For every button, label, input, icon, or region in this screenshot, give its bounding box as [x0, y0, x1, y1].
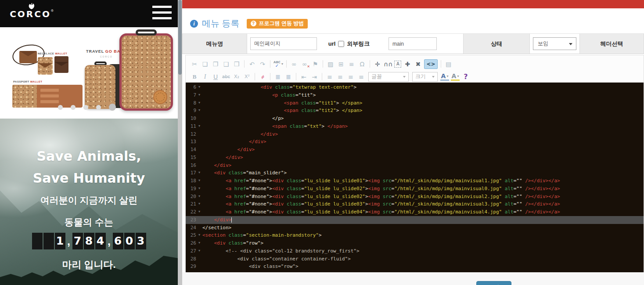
copy-icon[interactable]: ❏	[201, 59, 209, 69]
program-link-help-button[interactable]: ? 프로그램 연동 방법	[247, 19, 308, 29]
redo-icon[interactable]: ↷	[258, 59, 267, 69]
strikethrough-icon[interactable]: abc	[222, 72, 230, 82]
source-code-area[interactable]: 6▼<div class="txtwrap text-center">7▼<p …	[186, 83, 644, 272]
horizontal-line-icon[interactable]: ≡	[347, 59, 356, 69]
paste-icon[interactable]: ❐	[211, 59, 220, 69]
align-justify-icon[interactable]: ≡	[357, 72, 366, 82]
url-input[interactable]	[389, 37, 437, 50]
status-select[interactable]: 보임	[533, 37, 576, 50]
code-line-20[interactable]: 20▼<a href="#none"><div class="lu_slide …	[186, 193, 644, 201]
code-line-14[interactable]: 14</div>	[186, 146, 644, 154]
slider-dot-1[interactable]	[58, 105, 63, 110]
code-line-6[interactable]: 6▼<div class="txtwrap text-center">	[186, 83, 644, 91]
save-button[interactable]: 저장하기	[476, 281, 511, 285]
indent-icon[interactable]: ⇥	[310, 72, 319, 82]
help-icon[interactable]: ?	[461, 72, 470, 82]
underline-icon[interactable]: U	[211, 72, 220, 82]
undo-icon[interactable]: ↶	[248, 59, 256, 69]
code-line-19[interactable]: 19▼<a href="#none"><div class="lu_slide …	[186, 185, 644, 193]
code-line-28[interactable]: 28<div class="container container-fluid"…	[186, 255, 644, 263]
outdent-icon[interactable]: ⇤	[299, 72, 308, 82]
code-line-27[interactable]: 27▼<!-- <div class="col-12 brandstory_ro…	[186, 247, 644, 255]
fold-arrow-icon[interactable]: ▼	[196, 83, 202, 91]
fold-arrow-icon[interactable]: ▼	[196, 185, 202, 193]
fold-arrow-icon[interactable]: ▼	[196, 123, 202, 130]
bulleted-list-icon[interactable]: ≣	[284, 72, 293, 82]
text-color-icon[interactable]: A▾	[440, 73, 449, 81]
anchor-icon[interactable]: ⚑	[311, 59, 320, 69]
code-line-8[interactable]: 8▼<span class="tit1"> </span>	[186, 99, 644, 107]
fold-arrow-icon[interactable]: ▼	[196, 239, 202, 247]
code-line-11[interactable]: 11▼<span class="txt"> </span>	[186, 123, 644, 130]
external-link-checkbox[interactable]	[338, 41, 344, 47]
font-dropdown[interactable]: 글꼴	[368, 72, 409, 82]
code-line-13[interactable]: 13</div>	[186, 138, 644, 146]
fold-arrow-icon[interactable]: ▼	[196, 91, 202, 99]
code-line-9[interactable]: 9▼<span class="tit2"> </span>	[186, 107, 644, 115]
slider-dot-5[interactable]	[109, 104, 116, 111]
paste-text-icon[interactable]: ❑	[222, 59, 230, 69]
code-line-23[interactable]: 23</div>	[186, 216, 644, 224]
small-cork-backpack	[85, 62, 122, 110]
scayt-enable-icon[interactable]: ✚	[403, 59, 412, 69]
fold-arrow-icon[interactable]: ▼	[196, 208, 202, 216]
code-line-17[interactable]: 17▼<div class="main_slider">	[186, 169, 644, 177]
code-line-26[interactable]: 26▼<div class="row">	[186, 239, 644, 247]
brand-logo[interactable]: CORCO®	[10, 3, 54, 19]
bg-color-icon[interactable]: A▾	[451, 73, 460, 81]
product-slider[interactable]: NECKLACE WALLET PASSPORT WALLET TRAVEL G…	[0, 27, 178, 119]
fold-gutter	[196, 146, 202, 154]
code-line-10[interactable]: 10</p>	[186, 115, 644, 123]
code-line-12[interactable]: 12</div>	[186, 130, 644, 138]
code-line-15[interactable]: 15</div>	[186, 154, 644, 162]
maximize-icon[interactable]: ✛	[373, 59, 382, 69]
fold-arrow-icon[interactable]: ▼	[196, 169, 202, 177]
fold-arrow-icon[interactable]: ▼	[196, 200, 202, 208]
slider-dot-2[interactable]	[71, 105, 76, 110]
align-right-icon[interactable]: ≡	[346, 72, 355, 82]
image-icon[interactable]: ▨	[326, 59, 335, 69]
find-replace-icon[interactable]: ∩∩	[384, 59, 393, 69]
code-line-22[interactable]: 22▼<a href="#none"><div class="lu_slide …	[186, 208, 644, 216]
special-char-icon[interactable]: Ω	[358, 59, 367, 69]
size-dropdown[interactable]: 크기	[412, 72, 438, 82]
bold-icon[interactable]: B	[190, 72, 199, 82]
fold-arrow-icon[interactable]: ▼	[196, 99, 202, 107]
link-icon[interactable]: ∞	[290, 59, 299, 69]
subscript-icon[interactable]: X₂	[232, 72, 241, 82]
fold-arrow-icon[interactable]: ▼	[196, 193, 202, 201]
fold-arrow-icon[interactable]: ▼	[196, 231, 202, 239]
code-line-25[interactable]: 25▼<section class="section-main-brandsto…	[186, 231, 644, 239]
numbered-list-icon[interactable]: ≣	[273, 72, 282, 82]
menu-name-input[interactable]	[250, 37, 317, 50]
slider-dot-4[interactable]	[96, 105, 101, 110]
code-line-16[interactable]: 16</div>	[186, 162, 644, 170]
code-line-21[interactable]: 21▼<a href="#none"><div class="lu_slide …	[186, 200, 644, 208]
source-icon[interactable]: <>	[424, 59, 437, 69]
code-line-7[interactable]: 7▼<p class="tit">	[186, 91, 644, 99]
remove-format-icon[interactable]: ▰	[256, 70, 269, 83]
scrollbar-thumb[interactable]	[178, 0, 182, 75]
preview-scrollbar[interactable]	[178, 0, 182, 285]
fold-arrow-icon[interactable]: ▼	[196, 107, 202, 115]
select-all-icon[interactable]: A	[394, 61, 401, 68]
cut-icon[interactable]: ✂	[190, 59, 199, 69]
slider-dot-3[interactable]	[83, 105, 88, 110]
code-line-18[interactable]: 18▼<a href="#none"><div class="lu_slide …	[186, 177, 644, 185]
align-center-icon[interactable]: ≡	[336, 72, 345, 82]
code-line-24[interactable]: 24</section>	[186, 224, 644, 232]
table-icon[interactable]: ⊞	[337, 59, 345, 69]
spellcheck-icon[interactable]: ABC✓▾	[273, 59, 283, 69]
fold-arrow-icon[interactable]: ▼	[196, 247, 202, 255]
italic-icon[interactable]: I	[201, 72, 209, 82]
editor-toolbar: ✂❏❐❑❒↶↷ABC✓▾∞∞✕⚑▨⊞≡Ω✛∩∩A✚✖<>▤ BIUabcX₂X²…	[186, 55, 644, 83]
unlink-icon[interactable]: ∞✕	[300, 59, 309, 69]
align-left-icon[interactable]: ≡	[325, 72, 334, 82]
hamburger-menu-icon[interactable]	[152, 6, 172, 21]
paste-word-icon[interactable]: ❒	[232, 59, 241, 69]
superscript-icon[interactable]: X²	[243, 72, 252, 82]
fold-arrow-icon[interactable]: ▼	[196, 177, 202, 185]
scayt-disable-icon[interactable]: ✖	[414, 59, 422, 69]
code-line-29[interactable]: 29<div class="row">	[186, 263, 644, 271]
print-icon[interactable]: ▤	[444, 59, 453, 69]
